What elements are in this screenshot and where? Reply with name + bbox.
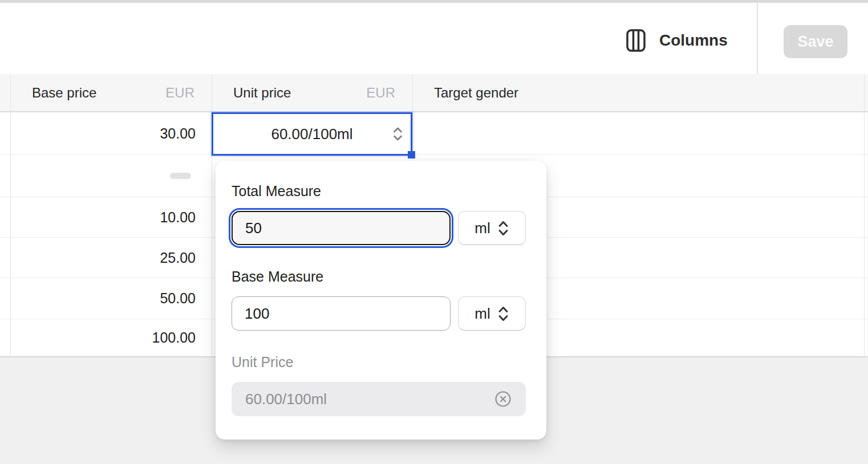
base-price-value: 50.00 <box>160 290 196 307</box>
base-price-value: 30.00 <box>160 125 196 142</box>
base-price-cell[interactable]: 50.00 <box>10 278 212 319</box>
unit-label: ml <box>474 219 490 237</box>
total-measure-row: ml <box>232 211 526 245</box>
base-measure-input[interactable] <box>232 296 451 331</box>
unit-price-readonly-value: 60.00/100ml <box>245 390 327 408</box>
base-measure-row: ml <box>232 296 526 331</box>
total-measure-unit-select[interactable]: ml <box>458 211 526 245</box>
table-header-row: Base price EUR Unit price EUR Target gen… <box>0 74 868 112</box>
column-header-unit-price[interactable]: Unit price EUR <box>212 74 412 111</box>
circle-x-icon[interactable] <box>494 390 512 408</box>
up-down-chevrons-icon[interactable] <box>392 127 403 142</box>
base-price-cell[interactable]: 10.00 <box>10 197 212 237</box>
base-price-cell[interactable]: 30.00 <box>10 112 212 154</box>
selection-fill-handle[interactable] <box>408 151 415 158</box>
column-header-label: Base price <box>32 85 96 101</box>
total-measure-input[interactable] <box>232 211 451 245</box>
columns-icon <box>626 29 646 52</box>
base-measure-unit-select[interactable]: ml <box>458 296 526 331</box>
empty-value-dash <box>170 173 191 179</box>
total-measure-label: Total Measure <box>232 182 526 200</box>
unit-price-readonly-field: 60.00/100ml <box>232 382 526 416</box>
base-price-cell[interactable]: 100.00 <box>10 319 212 356</box>
columns-button-label: Columns <box>659 31 728 50</box>
unit-price-label: Unit Price <box>232 353 526 371</box>
column-divider <box>10 74 11 357</box>
currency-badge: EUR <box>366 85 395 101</box>
column-header-label: Target gender <box>434 85 518 101</box>
unit-label: ml <box>474 305 490 323</box>
product-table-screen: Columns Save Base price EUR Unit price E… <box>0 0 868 464</box>
base-price-cell[interactable]: 25.00 <box>10 238 212 278</box>
column-header-base-price[interactable]: Base price EUR <box>10 74 212 111</box>
base-price-value: 10.00 <box>160 209 196 226</box>
toolbar-divider <box>757 3 758 74</box>
column-header-label: Unit price <box>233 85 291 101</box>
save-button[interactable]: Save <box>784 25 847 58</box>
table-row[interactable]: 30.00 <box>0 112 868 155</box>
unit-price-editor-popover: Total Measure ml Base Measure ml <box>216 161 546 439</box>
base-price-cell[interactable] <box>10 155 212 197</box>
columns-button[interactable]: Columns <box>626 22 728 59</box>
up-down-chevrons-icon <box>497 305 509 323</box>
currency-badge: EUR <box>165 85 194 101</box>
toolbar: Columns Save <box>0 3 868 74</box>
column-header-target-gender[interactable]: Target gender <box>412 74 864 111</box>
base-price-value: 100.00 <box>152 329 196 346</box>
column-divider <box>864 74 865 357</box>
selected-unit-price-cell[interactable]: 60.00/100ml <box>212 112 412 156</box>
unit-price-cell-value: 60.00/100ml <box>271 125 352 143</box>
base-measure-label: Base Measure <box>232 268 526 285</box>
base-price-value: 25.00 <box>160 250 196 266</box>
up-down-chevrons-icon <box>497 219 509 237</box>
